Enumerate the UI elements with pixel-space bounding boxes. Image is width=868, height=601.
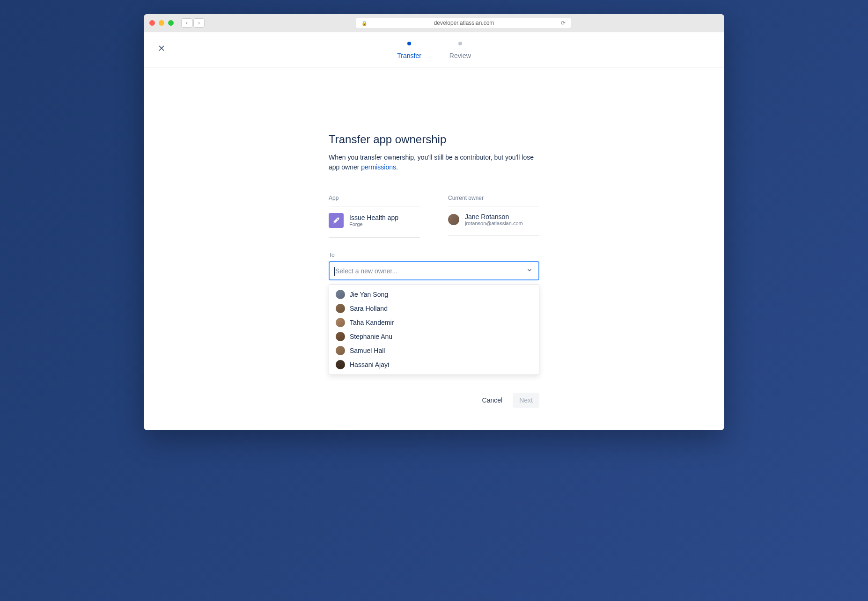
select-placeholder: Select a new owner... bbox=[335, 267, 397, 275]
step-label: Review bbox=[449, 52, 471, 59]
app-platform: Forge bbox=[349, 221, 398, 227]
owner-details: Jane Rotanson jrotanson@atlassian.com bbox=[465, 213, 523, 226]
owner-name: Jane Rotanson bbox=[465, 213, 523, 220]
lock-icon: 🔒 bbox=[361, 21, 367, 26]
step-review[interactable]: Review bbox=[449, 42, 471, 59]
step-label: Transfer bbox=[397, 52, 421, 59]
owner-email: jrotanson@atlassian.com bbox=[465, 220, 523, 226]
step-dot-icon bbox=[407, 42, 411, 45]
option-avatar bbox=[336, 290, 345, 299]
traffic-lights bbox=[149, 20, 174, 26]
cancel-button[interactable]: Cancel bbox=[476, 393, 509, 408]
owner-label: Current owner bbox=[448, 195, 539, 206]
window-maximize-button[interactable] bbox=[168, 20, 174, 26]
nav-forward-button[interactable]: › bbox=[193, 18, 205, 28]
dropdown-option[interactable]: Sara Holland bbox=[329, 301, 539, 315]
step-transfer[interactable]: Transfer bbox=[397, 42, 421, 59]
owner-avatar bbox=[448, 214, 459, 225]
next-button[interactable]: Next bbox=[513, 393, 539, 408]
browser-chrome: ‹ › 🔒 developer.atlassian.com ⟳ bbox=[144, 14, 724, 32]
close-icon bbox=[157, 44, 166, 53]
permissions-link[interactable]: permissions bbox=[361, 163, 396, 171]
page-title: Transfer app ownership bbox=[329, 133, 539, 146]
to-section: To Select a new owner... Jie Yan SongSar… bbox=[329, 252, 539, 280]
option-avatar bbox=[336, 360, 345, 369]
app-item: Issue Health app Forge bbox=[329, 213, 420, 238]
owner-item: Jane Rotanson jrotanson@atlassian.com bbox=[448, 213, 539, 236]
nav-buttons: ‹ › bbox=[181, 18, 205, 28]
dropdown-option[interactable]: Hassani Ajayi bbox=[329, 358, 539, 372]
owner-column: Current owner Jane Rotanson jrotanson@at… bbox=[448, 195, 539, 238]
dropdown-option[interactable]: Stephanie Anu bbox=[329, 330, 539, 344]
option-avatar bbox=[336, 304, 345, 313]
option-name: Hassani Ajayi bbox=[350, 361, 389, 368]
app-icon bbox=[329, 213, 344, 228]
stepper: Transfer Review bbox=[397, 42, 471, 67]
page-description: When you transfer ownership, you'll stil… bbox=[329, 153, 539, 172]
step-dot-icon bbox=[458, 42, 462, 45]
option-name: Samuel Hall bbox=[350, 347, 385, 354]
svg-point-2 bbox=[337, 219, 338, 220]
chevron-down-icon bbox=[526, 267, 533, 275]
app-name: Issue Health app bbox=[349, 214, 398, 221]
app-content: Transfer Review Transfer app ownership W… bbox=[144, 32, 724, 430]
dropdown-option[interactable]: Samuel Hall bbox=[329, 344, 539, 358]
app-label: App bbox=[329, 195, 420, 206]
option-name: Taha Kandemir bbox=[350, 319, 394, 326]
close-button[interactable] bbox=[157, 44, 166, 55]
owner-select-input[interactable]: Select a new owner... bbox=[329, 261, 539, 280]
url-text: developer.atlassian.com bbox=[370, 20, 558, 26]
description-text: When you transfer ownership, you'll stil… bbox=[329, 154, 534, 171]
main-content: Transfer app ownership When you transfer… bbox=[329, 67, 539, 408]
nav-back-button[interactable]: ‹ bbox=[181, 18, 192, 28]
info-row: App Issue Health app Forge bbox=[329, 195, 539, 238]
browser-window: ‹ › 🔒 developer.atlassian.com ⟳ Transfer bbox=[144, 14, 724, 430]
app-details: Issue Health app Forge bbox=[349, 214, 398, 227]
option-name: Sara Holland bbox=[350, 305, 388, 312]
footer-actions: Cancel Next bbox=[329, 393, 539, 408]
select-container: Select a new owner... Jie Yan SongSara H… bbox=[329, 261, 539, 280]
description-after: . bbox=[396, 163, 398, 171]
to-label: To bbox=[329, 252, 539, 258]
window-close-button[interactable] bbox=[149, 20, 155, 26]
option-name: Stephanie Anu bbox=[350, 333, 392, 340]
app-column: App Issue Health app Forge bbox=[329, 195, 420, 238]
app-header: Transfer Review bbox=[144, 32, 724, 67]
window-minimize-button[interactable] bbox=[159, 20, 164, 26]
dropdown-option[interactable]: Taha Kandemir bbox=[329, 315, 539, 330]
option-avatar bbox=[336, 318, 345, 327]
option-avatar bbox=[336, 332, 345, 341]
rocket-icon bbox=[331, 216, 341, 225]
option-name: Jie Yan Song bbox=[350, 291, 388, 298]
address-bar[interactable]: 🔒 developer.atlassian.com ⟳ bbox=[356, 18, 571, 28]
dropdown-option[interactable]: Jie Yan Song bbox=[329, 287, 539, 301]
reload-icon[interactable]: ⟳ bbox=[561, 20, 566, 26]
option-avatar bbox=[336, 346, 345, 355]
owner-dropdown: Jie Yan SongSara HollandTaha KandemirSte… bbox=[329, 284, 539, 375]
